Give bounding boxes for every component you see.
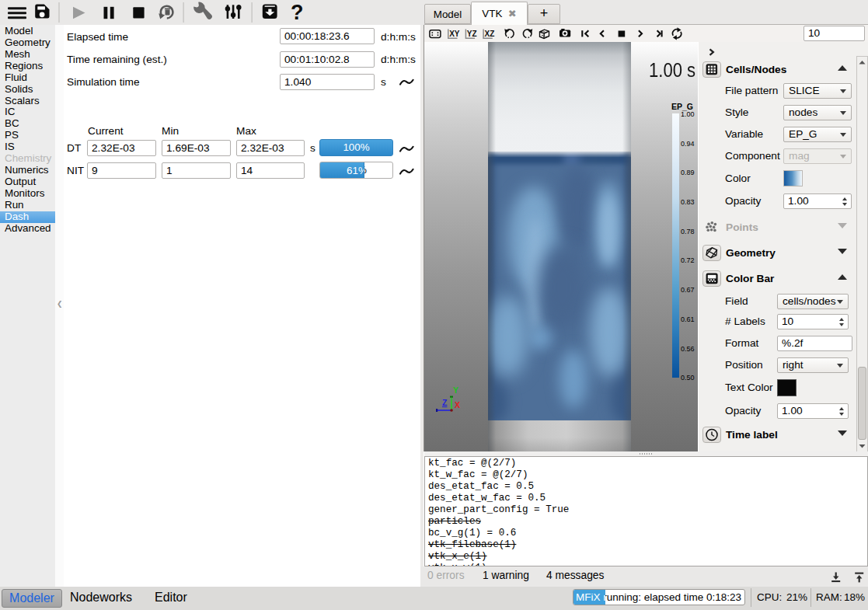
svg-text:YZ: YZ (467, 30, 477, 38)
svg-text:XY: XY (449, 30, 460, 38)
svg-text:?: ? (291, 1, 304, 24)
svg-text:Z: Z (442, 398, 448, 407)
svg-text:Y: Y (453, 385, 458, 395)
svg-text:XZ: XZ (485, 30, 495, 38)
svg-text:X: X (455, 400, 460, 410)
